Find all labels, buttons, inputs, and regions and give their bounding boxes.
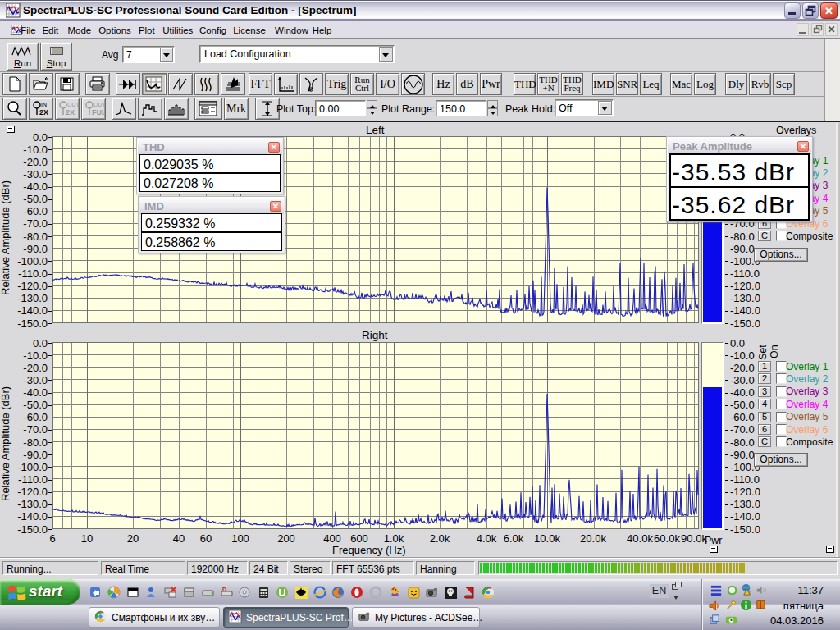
- svg-text:FULL: FULL: [92, 108, 104, 116]
- svg-text:On: On: [769, 345, 780, 358]
- svg-text:Set: Set: [757, 345, 769, 360]
- svg-text:D: D: [222, 587, 226, 592]
- svg-text:OUT: OUT: [67, 102, 78, 107]
- svg-text:IN: IN: [41, 102, 47, 107]
- svg-text:2X: 2X: [66, 108, 75, 116]
- svg-text:2X: 2X: [39, 108, 48, 116]
- svg-text:OUT: OUT: [94, 102, 104, 107]
